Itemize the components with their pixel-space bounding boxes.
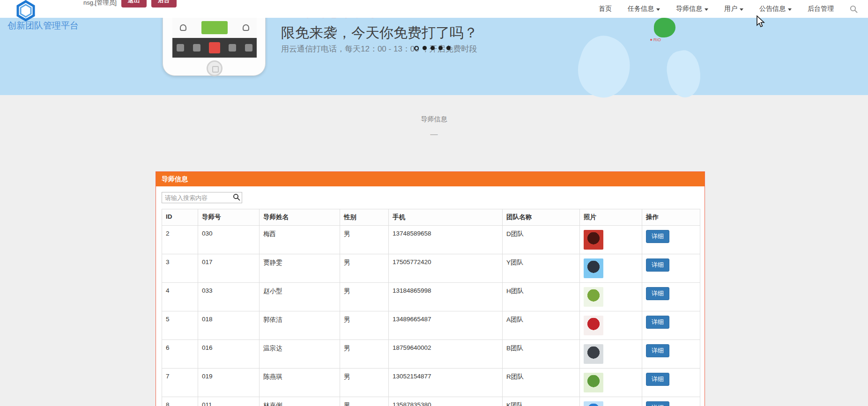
nav-item-admin[interactable]: 后台管理: [808, 5, 834, 13]
carousel-dot[interactable]: [438, 46, 443, 50]
nav-item-announcements[interactable]: 公告信息: [759, 5, 792, 13]
nav-item-mentors[interactable]: 导师信息: [676, 5, 708, 13]
logged-in-user-label: nsg,[管理员]: [83, 0, 117, 7]
bell-icon: [180, 24, 186, 31]
table-row: 8 011 林嘉俐 男 13587835380 K团队 详细: [162, 397, 700, 406]
map-green-region: [654, 18, 675, 37]
mentor-table: ID 导师号 导师姓名 性别 手机 团队名称 照片 操作 2 030 梅西 男 …: [162, 209, 700, 406]
panel-header: 导师信息: [156, 172, 705, 186]
search-icon[interactable]: [850, 5, 858, 13]
mentor-photo: [584, 230, 603, 250]
nav-item-tasks[interactable]: 任务信息: [628, 5, 660, 13]
chevron-down-icon: [705, 8, 708, 11]
col-header-id: ID: [162, 209, 198, 226]
red-app-icon: [209, 42, 220, 53]
eye-icon: [243, 24, 249, 31]
logout-button[interactable]: 退出: [121, 0, 147, 7]
banner-headline: 限免来袭，今天你免费打了吗？: [281, 23, 478, 43]
section-divider: —: [0, 130, 868, 139]
detail-button[interactable]: 详细: [646, 344, 669, 357]
map-marker-dot: [650, 39, 652, 41]
user-bar: nsg,[管理员] 退出 后台: [83, 0, 177, 7]
col-header-photo: 照片: [580, 209, 642, 226]
table-search: [162, 192, 242, 203]
col-header-team: 团队名称: [503, 209, 580, 226]
map-city-label: RIO: [650, 37, 661, 42]
mentor-photo: [584, 373, 603, 392]
map-shape: [663, 48, 705, 100]
phone-screen: [172, 17, 257, 58]
app-icon: [193, 44, 200, 52]
app-icon: [229, 44, 236, 52]
brand-block[interactable]: 创新团队管理平台: [7, 0, 79, 32]
hexagon-logo-icon: [16, 0, 36, 22]
table-row: 7 019 陈燕琪 男 13052154877 R团队 详细: [162, 369, 700, 397]
hero-banner: 全球免费享! 限免来袭，今天你免费打了吗？ 用云通信打电话，每天12：00 - …: [0, 18, 868, 95]
mentor-info-panel: 导师信息 ID 导师号 导师姓名 性别 手机 团队名称 照片: [156, 171, 705, 406]
green-call-button-graphic: [201, 21, 228, 34]
detail-button[interactable]: 详细: [646, 258, 669, 272]
mentor-photo: [584, 344, 603, 364]
col-header-phone: 手机: [389, 209, 503, 226]
search-submit-icon[interactable]: [232, 193, 241, 202]
col-header-gender: 性别: [340, 209, 389, 226]
map-shape: [571, 30, 638, 104]
carousel-dot[interactable]: [430, 46, 435, 50]
app-icon: [177, 44, 184, 52]
chevron-down-icon: [656, 8, 660, 11]
section-heading: 导师信息 —: [0, 115, 868, 139]
detail-button[interactable]: 详细: [646, 230, 669, 243]
mentor-photo: [584, 316, 603, 335]
table-row: 5 018 郭依洁 男 13489665487 A团队 详细: [162, 311, 700, 340]
mentor-photo: [584, 287, 603, 307]
detail-button[interactable]: 详细: [646, 287, 669, 300]
phone-home-button: [207, 60, 223, 76]
nav-menu: 首页 任务信息 导师信息 用户 公告信息 后台管理: [599, 0, 858, 18]
col-header-mentor-no: 导师号: [198, 209, 260, 226]
carousel-dots: [414, 46, 451, 51]
section-title: 导师信息: [0, 115, 868, 124]
table-row: 3 017 贾静雯 男 17505772420 Y团队 详细: [162, 254, 700, 283]
table-row: 2 030 梅西 男 13748589658 D团队 详细: [162, 226, 700, 254]
col-header-actions: 操作: [642, 209, 700, 226]
mentor-photo: [584, 258, 603, 278]
search-input[interactable]: [162, 192, 242, 203]
carousel-dot[interactable]: [446, 46, 451, 50]
top-navbar: nsg,[管理员] 退出 后台 首页 任务信息 导师信息 用户 公告信息 后台管…: [0, 0, 868, 18]
detail-button[interactable]: 详细: [646, 316, 669, 329]
detail-button[interactable]: 详细: [646, 373, 669, 386]
col-header-mentor-name: 导师姓名: [260, 209, 340, 226]
carousel-dot[interactable]: [423, 46, 427, 50]
table-header-row: ID 导师号 导师姓名 性别 手机 团队名称 照片 操作: [162, 209, 700, 226]
app-icon: [245, 44, 252, 52]
nav-item-home[interactable]: 首页: [599, 5, 612, 13]
mouse-cursor: [755, 15, 765, 30]
carousel-dot-active[interactable]: [414, 46, 419, 51]
chevron-down-icon: [788, 8, 792, 11]
backend-button[interactable]: 后台: [151, 0, 177, 7]
table-row: 6 016 温宗达 男 18759640002 B团队 详细: [162, 340, 700, 369]
table-row: 4 033 赵小型 男 13184865998 H团队 详细: [162, 283, 700, 311]
chevron-down-icon: [740, 8, 743, 11]
mentor-photo: [584, 401, 603, 406]
platform-title: 创新团队管理平台: [7, 20, 79, 32]
nav-item-users[interactable]: 用户: [724, 5, 743, 13]
detail-button[interactable]: 详细: [646, 401, 669, 406]
